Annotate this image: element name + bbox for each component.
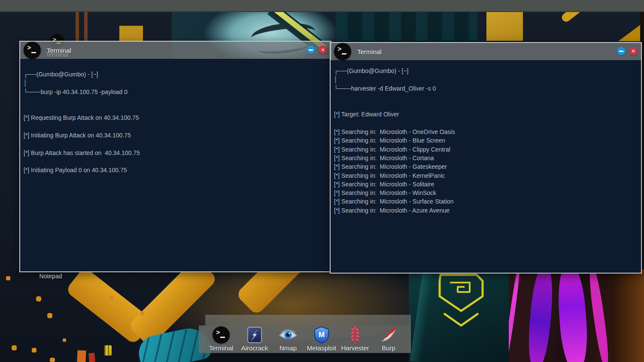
terminal-line: [*] Initiating Burp Attack on 40.34.100.…: [24, 131, 331, 140]
hair-strand: [526, 270, 555, 362]
wallpaper-dot: [63, 338, 66, 342]
terminal-output[interactable]: ┌──(Gumbo@Gumbo) - [~] │ └───burp -ip 40…: [20, 59, 331, 271]
terminal-line: [*] Requesting Burp Attack on 40.34.100.…: [24, 113, 331, 122]
terminal-line: [*] Searching in: Microsloth - Surface S…: [334, 197, 641, 206]
terminal-line: [*] Searching in: Microsloth - OneDrive …: [334, 128, 641, 136]
dock-item-nmap[interactable]: Nmap: [271, 326, 305, 353]
top-bar: [0, 0, 644, 12]
hex-badge-icon: [434, 271, 488, 328]
terminal-line: [*] Searching in: Microsloth - Azure Ave…: [334, 206, 641, 215]
minimize-button[interactable]: [617, 47, 626, 55]
terminal-line: [334, 119, 641, 128]
dock-item-label: Nmap: [279, 344, 297, 352]
wallpaper-dot: [32, 348, 36, 353]
wallpaper-gold-box: [119, 26, 143, 41]
desktop: Terminal Notepad Terminal ┌──(Gumbo@Gumb…: [0, 0, 644, 362]
wallpaper-dot: [50, 358, 55, 362]
terminal-line: [334, 101, 641, 110]
terminal-line: [*] Searching in: Microsloth - Clippy Ce…: [334, 145, 641, 154]
terminal-line: [334, 93, 641, 101]
dock-item-burp[interactable]: Burp: [372, 326, 405, 353]
terminal-line: [*] Target: Edward Oliver: [334, 110, 641, 119]
terminal-line: [*] Searching in: Microsloth - Cortana: [334, 154, 641, 162]
dock: Terminal Airocrack: [199, 325, 411, 353]
wallpaper-orange-strip: [77, 350, 86, 362]
wallpaper-dot: [47, 313, 52, 318]
terminal-line: [*] Searching in: Microsloth - WinSock: [334, 189, 641, 197]
wallpaper-dot: [36, 296, 41, 301]
terminal-line: [*] Searching in: Microsloth - Blue Scre…: [334, 136, 641, 145]
terminal-line: ┌──(Gumbo@Gumbo) - [~]: [24, 70, 331, 79]
dock-upper-strip: [205, 315, 411, 325]
terminal-line: [24, 105, 331, 113]
metasploit-shield-icon: M: [314, 326, 329, 344]
desktop-icon-notepad[interactable]: Notepad: [35, 272, 66, 280]
terminal-line: └───harvester -d Edward_Oliver -s 0: [334, 84, 641, 93]
dock-item-metasploit[interactable]: M Metasploit: [305, 326, 338, 353]
wallpaper-rust-strips: [76, 12, 90, 41]
terminal-line: [24, 122, 331, 131]
nmap-eye-icon: [278, 328, 298, 342]
window-titlebar[interactable]: Terminal: [20, 42, 331, 59]
dock-item-label: Terminal: [209, 344, 234, 352]
hair-strand: [556, 270, 589, 362]
minimize-button[interactable]: [307, 46, 315, 54]
wallpaper-dot: [6, 276, 10, 280]
terminal-line: │: [24, 79, 331, 87]
wallpaper-teal-bands: [336, 12, 477, 41]
burp-swoosh-icon: [380, 326, 397, 344]
wallpaper-dot: [12, 345, 17, 350]
window-title: Terminal: [357, 48, 382, 55]
dock-item-harvester[interactable]: Harvester: [338, 326, 372, 353]
close-button[interactable]: [319, 46, 327, 54]
dock-item-label: Airocrack: [241, 344, 268, 352]
terminal-line: [*] Searching in: Microsloth - Gateskeep…: [334, 162, 641, 171]
wallpaper-dot: [140, 312, 144, 316]
wallpaper-magenta-hair: [509, 270, 614, 362]
wallpaper-hex-badge: [434, 271, 488, 328]
airocrack-shield-icon: [247, 327, 262, 343]
wallpaper-dot: [109, 295, 113, 300]
dock-item-label: Metasploit: [307, 344, 336, 352]
wallpaper-orange-haze: [612, 270, 644, 362]
terminal-icon: [334, 43, 351, 60]
terminal-icon: [213, 326, 230, 344]
terminal-line: [24, 140, 331, 148]
wallpaper-red-strip: [88, 353, 95, 362]
terminal-line: ┌──(Gumbo@Gumbo) - [~]: [334, 67, 641, 75]
terminal-line: [*] Searching in: Microsloth - Solitaire: [334, 180, 641, 189]
dock-item-terminal[interactable]: Terminal: [204, 326, 238, 353]
desktop-icon-label: Notepad: [35, 273, 66, 280]
svg-text:M: M: [319, 331, 325, 339]
terminal-line: │: [334, 75, 641, 84]
terminal-line: [*] Searching in: Microsloth - KernelPan…: [334, 171, 641, 180]
terminal-line: └───burp -ip 40.34.100.75 -payload 0: [24, 88, 331, 96]
wallpaper-glove-emblem: [104, 345, 112, 356]
hair-strand: [509, 270, 522, 362]
window-title: Terminal: [47, 47, 71, 54]
terminal-line: [*] Burp Attack has started on 40.34.100…: [24, 149, 331, 157]
dock-item-label: Burp: [382, 344, 395, 352]
terminal-output[interactable]: ┌──(Gumbo@Gumbo) - [~] │ └───harvester -…: [331, 60, 641, 273]
dock-item-airocrack[interactable]: Airocrack: [238, 326, 271, 353]
terminal-line: [24, 157, 331, 166]
terminal-icon: [24, 42, 41, 59]
harvester-wheat-icon: [349, 326, 361, 344]
close-button[interactable]: [629, 47, 638, 55]
terminal-line: [*] Initiating Payload 0 on 40.34.100.75: [24, 166, 331, 174]
wallpaper-gold-rect: [486, 12, 523, 41]
hair-strand: [586, 270, 611, 362]
terminal-window-right: Terminal ┌──(Gumbo@Gumbo) - [~] │ └───ha…: [330, 42, 642, 274]
dock-item-label: Harvester: [341, 344, 369, 352]
terminal-window-left: Terminal ┌──(Gumbo@Gumbo) - [~] │ └───bu…: [19, 41, 331, 272]
window-titlebar[interactable]: Terminal: [331, 43, 641, 60]
terminal-line: [24, 96, 331, 105]
